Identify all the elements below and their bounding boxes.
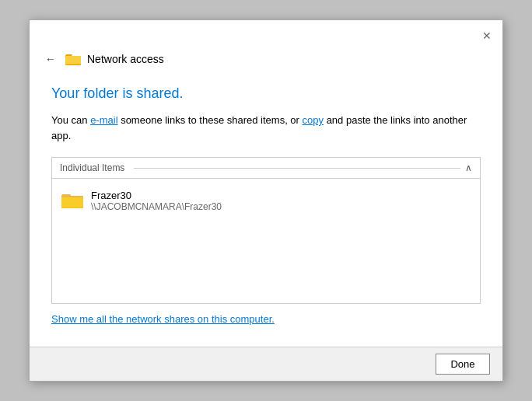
done-button[interactable]: Done (436, 354, 490, 375)
header-row: ← Network access (30, 48, 502, 73)
item-name: Frazer30 (91, 190, 222, 201)
back-icon: ← (45, 53, 56, 65)
description-before-email: You can (51, 114, 90, 126)
individual-items-group: Individual Items ∧ (51, 157, 481, 304)
folder-icon-header (65, 53, 81, 65)
svg-rect-6 (61, 197, 83, 207)
group-label: Individual Items (60, 162, 129, 173)
network-shares-link[interactable]: Show me all the network shares on this c… (51, 313, 275, 325)
description-text: You can e-mail someone links to these sh… (51, 113, 481, 143)
shared-status-title: Your folder is shared. (51, 85, 481, 102)
table-row: Frazer30 \\JACOBMCNAMARA\Frazer30 (61, 187, 471, 215)
items-list: Frazer30 \\JACOBMCNAMARA\Frazer30 (52, 179, 480, 303)
svg-rect-3 (65, 56, 81, 64)
item-info: Frazer30 \\JACOBMCNAMARA\Frazer30 (91, 190, 222, 212)
title-bar: ✕ (30, 20, 502, 48)
email-link[interactable]: e-mail (90, 114, 117, 126)
dialog: ✕ ← Network access Your folder is shared… (29, 19, 503, 382)
footer: Done (30, 347, 502, 381)
dialog-title: Network access (87, 53, 164, 65)
group-separator-line (134, 168, 460, 169)
collapse-button[interactable]: ∧ (465, 162, 472, 173)
group-header: Individual Items ∧ (52, 158, 480, 179)
collapse-icon: ∧ (465, 162, 472, 173)
description-middle: someone links to these shared items, or (118, 114, 303, 126)
copy-link[interactable]: copy (303, 114, 324, 126)
back-button[interactable]: ← (42, 51, 59, 67)
folder-icon (61, 192, 83, 211)
close-button[interactable]: ✕ (478, 26, 496, 45)
item-path: \\JACOBMCNAMARA\Frazer30 (91, 201, 222, 212)
content-area: Your folder is shared. You can e-mail so… (30, 73, 502, 347)
network-shares-link-container: Show me all the network shares on this c… (51, 313, 481, 334)
close-icon: ✕ (482, 30, 492, 42)
